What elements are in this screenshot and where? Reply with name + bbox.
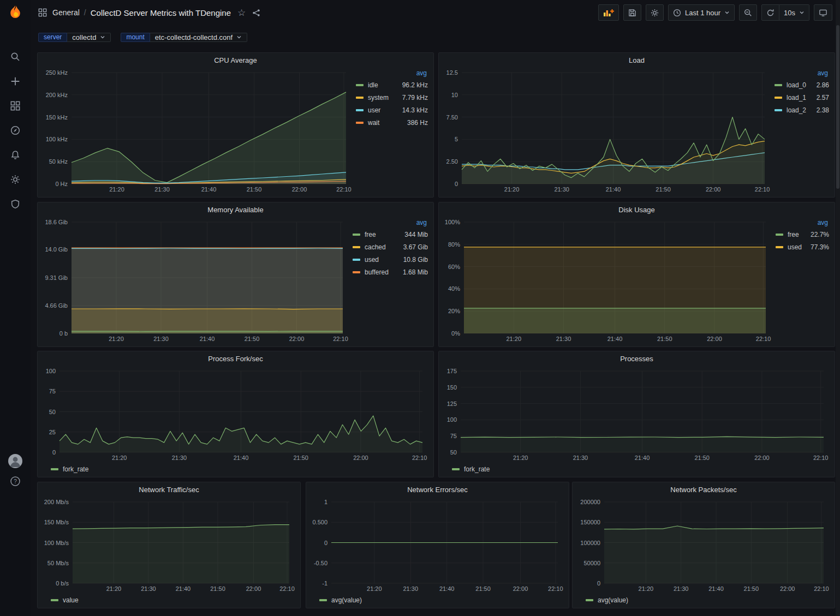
panel-title[interactable]: Disk Usage xyxy=(442,202,831,217)
legend-item-load_2[interactable]: load_22.38 xyxy=(775,104,829,116)
legend-item-free[interactable]: free344 Mib xyxy=(353,228,428,241)
load-chart[interactable]: 02.5057.501012.521:2021:3021:4021:5022:0… xyxy=(442,68,772,195)
legend-swatch xyxy=(776,246,783,248)
legend-item-buffered[interactable]: buffered1.68 Mib xyxy=(353,266,428,278)
svg-text:21:50: 21:50 xyxy=(656,186,671,193)
legend-series-name: used xyxy=(788,243,802,251)
network-traffic-legend: value xyxy=(41,594,297,606)
legend-series-name: value xyxy=(63,596,79,604)
svg-text:22:10: 22:10 xyxy=(336,186,352,193)
legend-series-name: cached xyxy=(365,243,386,251)
grafana-logo[interactable] xyxy=(7,4,24,22)
svg-text:4.66 Gib: 4.66 Gib xyxy=(45,302,68,309)
svg-text:22:10: 22:10 xyxy=(548,585,563,592)
svg-text:150 Mb/s: 150 Mb/s xyxy=(44,519,69,525)
memory-available-chart[interactable]: 0 b4.66 Gib9.31 Gib14.0 Gib18.6 Gib21:20… xyxy=(41,217,350,344)
legend-item-used[interactable]: used10.8 Gib xyxy=(353,253,428,266)
legend-item-fork_rate[interactable]: fork_rate xyxy=(51,465,88,473)
legend-swatch xyxy=(776,234,783,236)
user-avatar[interactable] xyxy=(0,454,31,468)
legend-series-value: 7.79 kHz xyxy=(402,94,428,101)
legend-swatch xyxy=(51,599,58,601)
dashboard-grid: CPU Average 0 Hz50 kHz100 kHz150 kHz200 … xyxy=(0,0,840,616)
svg-text:80%: 80% xyxy=(448,241,460,248)
svg-text:21:20: 21:20 xyxy=(109,186,124,193)
svg-text:60%: 60% xyxy=(448,264,460,270)
legend-item-load_0[interactable]: load_02.86 xyxy=(775,79,829,91)
legend-swatch xyxy=(319,599,327,601)
sidebar-item-search[interactable] xyxy=(9,50,22,63)
panel-title[interactable]: Load xyxy=(442,53,831,68)
legend-item-avg(value)[interactable]: avg(value) xyxy=(319,596,362,604)
disk-usage-chart[interactable]: 0%20%40%60%80%100%21:2021:3021:4021:5022… xyxy=(442,217,773,344)
svg-text:1: 1 xyxy=(324,499,327,505)
legend-swatch xyxy=(356,84,364,86)
legend-avg-header: avg xyxy=(776,218,829,228)
panel-title[interactable]: CPU Average xyxy=(41,53,430,68)
sidebar-item-server-admin[interactable] xyxy=(9,198,22,211)
legend-avg-header: avg xyxy=(775,69,829,79)
legend-series-name: free xyxy=(365,231,376,238)
legend-item-user[interactable]: user14.3 kHz xyxy=(356,104,428,116)
panel-title[interactable]: Network Errors/sec xyxy=(309,482,565,497)
svg-text:21:40: 21:40 xyxy=(201,186,217,193)
network-packets-chart[interactable]: 05000010000015000020000021:2021:3021:402… xyxy=(576,497,831,594)
legend-swatch xyxy=(356,97,364,99)
help-icon[interactable]: ? xyxy=(0,476,31,487)
legend-item-used[interactable]: used77.3% xyxy=(776,241,829,253)
process-fork-chart[interactable]: 025507510021:2021:3021:4021:5022:0022:10 xyxy=(41,366,430,463)
svg-text:0.500: 0.500 xyxy=(312,519,327,525)
vertical-scrollbar[interactable] xyxy=(836,0,840,616)
panel-title[interactable]: Process Fork/sec xyxy=(41,351,430,366)
sidebar-item-dashboards[interactable] xyxy=(9,99,22,112)
svg-text:21:40: 21:40 xyxy=(606,186,621,193)
sidebar-item-alerting[interactable] xyxy=(9,148,22,162)
legend-avg-header: avg xyxy=(356,69,428,79)
svg-text:0%: 0% xyxy=(451,330,460,337)
panel-title[interactable]: Processes xyxy=(442,351,831,366)
panel-title[interactable]: Network Packets/sec xyxy=(576,482,831,497)
sidebar-item-configuration[interactable] xyxy=(9,173,22,186)
process-fork-legend: fork_rate xyxy=(41,463,430,475)
cpu-average-chart[interactable]: 0 Hz50 kHz100 kHz150 kHz200 kHz250 kHz21… xyxy=(41,68,354,195)
legend-item-idle[interactable]: idle96.2 kHz xyxy=(356,79,428,91)
svg-text:0 Hz: 0 Hz xyxy=(55,181,68,187)
legend-swatch xyxy=(775,109,782,111)
legend-series-name: system xyxy=(368,94,389,101)
svg-text:20%: 20% xyxy=(448,308,460,314)
panel-title[interactable]: Memory Available xyxy=(41,202,430,217)
legend-item-value[interactable]: value xyxy=(51,596,79,604)
legend-series-name: buffered xyxy=(365,268,389,276)
legend-item-free[interactable]: free22.7% xyxy=(776,228,829,241)
legend-swatch xyxy=(353,259,360,261)
legend-series-name: user xyxy=(368,106,380,114)
legend-series-name: avg(value) xyxy=(331,596,362,604)
sidebar-item-create[interactable] xyxy=(9,75,22,88)
legend-item-avg(value)[interactable]: avg(value) xyxy=(586,596,628,604)
network-packets-legend: avg(value) xyxy=(576,594,831,606)
svg-text:5: 5 xyxy=(455,136,458,142)
svg-text:2.50: 2.50 xyxy=(446,158,458,165)
legend-series-name: idle xyxy=(368,81,378,89)
legend-series-value: 2.57 xyxy=(817,94,829,101)
legend-swatch xyxy=(452,468,460,470)
panel-title[interactable]: Network Traffic/sec xyxy=(41,482,297,497)
legend-item-wait[interactable]: wait386 Hz xyxy=(356,116,428,129)
svg-text:7.50: 7.50 xyxy=(446,114,458,121)
svg-text:200000: 200000 xyxy=(580,499,600,505)
svg-text:22:00: 22:00 xyxy=(754,454,770,461)
network-errors-chart[interactable]: -1-0.5000.500121:2021:3021:4021:5022:002… xyxy=(309,497,565,594)
svg-text:0: 0 xyxy=(324,540,327,546)
svg-text:75: 75 xyxy=(49,388,56,394)
legend-item-load_1[interactable]: load_12.57 xyxy=(775,91,829,104)
legend-item-fork_rate[interactable]: fork_rate xyxy=(452,465,490,473)
svg-text:22:00: 22:00 xyxy=(513,585,528,592)
processes-chart[interactable]: 507510012515017521:2021:3021:4021:5022:0… xyxy=(442,366,831,463)
scrollbar-thumb[interactable] xyxy=(836,25,839,189)
svg-text:22:10: 22:10 xyxy=(279,585,295,592)
legend-item-system[interactable]: system7.79 kHz xyxy=(356,91,428,104)
sidebar-item-explore[interactable] xyxy=(9,124,22,137)
svg-text:22:10: 22:10 xyxy=(333,336,348,342)
network-traffic-chart[interactable]: 0 b/s50 Mb/s100 Mb/s150 Mb/s200 Mb/s21:2… xyxy=(41,497,297,594)
legend-item-cached[interactable]: cached3.67 Gib xyxy=(353,241,428,253)
